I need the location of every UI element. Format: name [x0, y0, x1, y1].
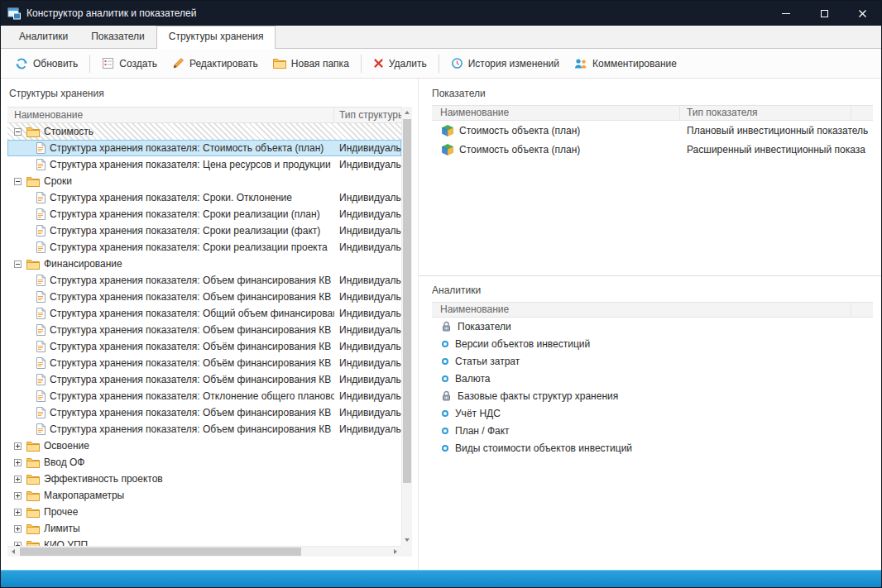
name-cell: Финансирование: [7, 256, 334, 272]
cube-icon: [442, 125, 453, 136]
tree-folder-row[interactable]: Сроки: [7, 173, 401, 189]
new-folder-button[interactable]: Новая папка: [266, 54, 357, 74]
column-header-indicator-type[interactable]: Тип показателя: [680, 106, 851, 120]
app-window: Конструктор аналитик и показателей Анали…: [0, 0, 882, 588]
horizontal-scroll-thumb[interactable]: [20, 547, 301, 556]
tree-item-row[interactable]: Структура хранения показателя: Стоимость…: [7, 140, 401, 156]
tab-analytics[interactable]: Аналитики: [7, 26, 79, 48]
folder-label: Лимиты: [44, 523, 80, 534]
tab-bar: Аналитики Показатели Структуры хранения: [1, 26, 881, 49]
comments-button[interactable]: Комментирование: [567, 54, 684, 74]
create-button[interactable]: Создать: [94, 53, 165, 74]
column-header-structure-type[interactable]: Тип структуры: [334, 108, 401, 122]
tree-item-row[interactable]: Структура хранения показателя: Сроки. От…: [7, 189, 401, 206]
minimize-button[interactable]: [767, 1, 805, 26]
scroll-up-button[interactable]: [402, 107, 412, 118]
name-cell: Прочее: [7, 504, 334, 520]
scroll-down-button[interactable]: [402, 534, 412, 546]
tree-folder-row[interactable]: КИО УПП: [7, 537, 401, 546]
close-button[interactable]: [843, 1, 881, 26]
column-header-name[interactable]: Наименование: [432, 303, 851, 317]
indicator-row[interactable]: Стоимость объекта (план)Плановый инвести…: [432, 121, 873, 140]
tree-item-row[interactable]: Структура хранения показателя: Объем фин…: [7, 322, 401, 338]
name-cell: Эффективность проектов: [7, 471, 334, 487]
analytics-row[interactable]: Статьи затрат: [432, 352, 873, 370]
tree-item-row[interactable]: Структура хранения показателя: Сроки реа…: [7, 206, 401, 222]
tree-folder-row[interactable]: Прочее: [7, 504, 401, 520]
analytics-row[interactable]: Виды стоимости объектов инвестиций: [432, 439, 873, 457]
structure-type-cell: Индивидуальн: [334, 374, 401, 385]
collapse-toggle-icon[interactable]: [14, 178, 22, 185]
maximize-button[interactable]: [805, 1, 843, 26]
ring-icon: [442, 445, 448, 452]
column-header-name[interactable]: Наименование: [432, 106, 680, 120]
tree-item-row[interactable]: Структура хранения показателя: Объем фин…: [7, 421, 401, 437]
history-icon: [451, 57, 463, 69]
vertical-scroll-thumb[interactable]: [403, 119, 411, 483]
document-icon: [36, 192, 46, 203]
analytics-row[interactable]: Показатели: [432, 318, 873, 335]
scroll-right-button[interactable]: [390, 547, 401, 557]
expand-toggle-icon[interactable]: [14, 442, 22, 450]
tree-folder-row[interactable]: Эффективность проектов: [7, 471, 401, 487]
document-icon: [36, 241, 46, 253]
lock-icon: [442, 321, 451, 332]
indicator-type-cell: Расширенный инвестиционный показа: [680, 144, 873, 155]
analytics-row[interactable]: Валюта: [432, 370, 873, 387]
tree-item-row[interactable]: Структура хранения показателя: Объём фин…: [7, 371, 401, 388]
tree-item-row[interactable]: Структура хранения показателя: Объём фин…: [7, 355, 401, 371]
scroll-left-button[interactable]: [7, 547, 19, 557]
tree-item-row[interactable]: Структура хранения показателя: Объем фин…: [7, 289, 401, 305]
delete-button[interactable]: Удалить: [366, 54, 434, 74]
name-cell: Структура хранения показателя: Объем фин…: [7, 322, 334, 338]
expand-toggle-icon[interactable]: [14, 459, 22, 466]
tree-item-row[interactable]: Структура хранения показателя: Объем фин…: [7, 272, 401, 289]
tree-item-row[interactable]: Структура хранения показателя: Цена ресу…: [7, 156, 401, 173]
expand-toggle-icon[interactable]: [14, 509, 22, 516]
tree-folder-row[interactable]: Ввод ОФ: [7, 454, 401, 471]
expand-toggle-icon[interactable]: [14, 476, 22, 483]
panel-title-analytics: Аналитики: [432, 284, 881, 296]
analytics-row[interactable]: Учёт НДС: [432, 404, 873, 422]
indicator-row[interactable]: Стоимость объекта (план)Расширенный инве…: [432, 140, 873, 159]
tab-storage-structures[interactable]: Структуры хранения: [156, 26, 276, 49]
folder-icon: [26, 176, 40, 187]
analytics-name: План / Факт: [455, 425, 510, 437]
analytics-row[interactable]: Версии объектов инвестиций: [432, 335, 873, 352]
tree-item-row[interactable]: Структура хранения показателя: Общий объ…: [7, 305, 401, 322]
structure-type-cell: Индивидуальн: [334, 324, 401, 336]
collapse-toggle-icon[interactable]: [14, 261, 22, 268]
button-label: Обновить: [33, 58, 78, 69]
analytics-row[interactable]: План / Факт: [432, 422, 873, 439]
expand-toggle-icon[interactable]: [14, 492, 22, 500]
tree-item-row[interactable]: Структура хранения показателя: Отклонени…: [7, 388, 401, 404]
ring-icon: [442, 410, 448, 417]
analytics-name: Виды стоимости объектов инвестиций: [455, 442, 632, 454]
tree-item-row[interactable]: Структура хранения показателя: Сроки реа…: [7, 222, 401, 239]
item-label: Структура хранения показателя: Объем фин…: [50, 291, 334, 303]
document-icon: [36, 308, 46, 319]
tree-item-row[interactable]: Структура хранения показателя: Объем фин…: [7, 404, 401, 421]
horizontal-scrollbar[interactable]: [7, 546, 401, 557]
refresh-button[interactable]: Обновить: [7, 53, 85, 74]
button-label: Новая папка: [291, 58, 349, 69]
analytics-name: Статьи затрат: [455, 356, 520, 367]
tree-folder-row[interactable]: Финансирование: [7, 256, 401, 272]
vertical-scrollbar[interactable]: [401, 107, 412, 546]
analytics-row[interactable]: Базовые факты структур хранения: [432, 387, 873, 404]
window-title: Конструктор аналитик и показателей: [26, 7, 196, 19]
history-button[interactable]: История изменений: [443, 53, 567, 74]
tree-folder-row[interactable]: Стоимость: [7, 123, 401, 140]
tree-grid-body: СтоимостьСтруктура хранения показателя: …: [7, 123, 401, 546]
edit-button[interactable]: Редактировать: [165, 53, 266, 74]
tree-item-row[interactable]: Структура хранения показателя: Сроки реа…: [7, 239, 401, 256]
collapse-toggle-icon[interactable]: [14, 128, 22, 136]
column-header-name[interactable]: Наименование: [7, 108, 334, 122]
tab-indicators[interactable]: Показатели: [79, 26, 156, 48]
tree-folder-row[interactable]: Лимиты: [7, 520, 401, 537]
tree-folder-row[interactable]: Макропараметры: [7, 487, 401, 504]
tree-item-row[interactable]: Структура хранения показателя: Объём фин…: [7, 338, 401, 355]
tree-folder-row[interactable]: Освоение: [7, 437, 401, 454]
name-cell: Структура хранения показателя: Сроки реа…: [7, 239, 334, 256]
expand-toggle-icon[interactable]: [14, 525, 22, 533]
